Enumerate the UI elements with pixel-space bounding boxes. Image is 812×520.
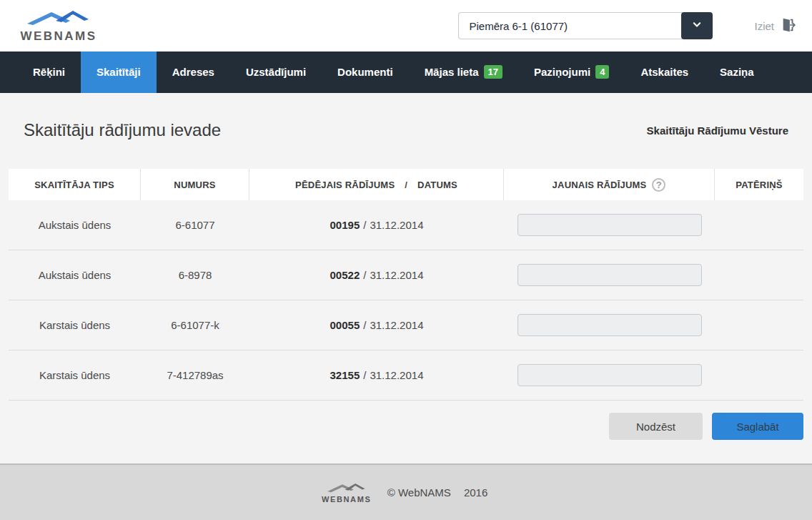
separator-slash: / <box>363 219 366 231</box>
separator-slash: / <box>363 369 366 381</box>
meter-number: 7-412789as <box>141 369 249 381</box>
separator-slash: / <box>363 269 366 281</box>
meter-type: Karstais ūdens <box>9 319 141 331</box>
last-reading-value: 32155 <box>330 369 360 381</box>
readings-history-link[interactable]: Skaitītāju Rādījumu Vēsture <box>647 124 788 137</box>
save-button[interactable]: Saglabāt <box>712 413 803 440</box>
nav-item-label: Adreses <box>172 66 214 78</box>
page-head: Skaitītāju rādījumu ievade Skaitītāju Rā… <box>9 93 803 140</box>
nav-item-label: Saziņa <box>720 66 754 78</box>
new-reading-cell <box>504 264 715 286</box>
webnams-logo-text: WEBNAMS <box>20 29 96 44</box>
page-footer: WEBNAMS © WebNAMS 2016 <box>0 463 812 520</box>
column-header-last-reading: PĒDĒJAIS RĀDĪJUMS <box>295 180 395 190</box>
copyright: © WebNAMS 2016 <box>387 486 488 499</box>
page-title: Skaitītāju rādījumu ievade <box>24 120 221 140</box>
copyright-text: © WebNAMS <box>387 486 451 499</box>
table-row: Karstais ūdens 7-412789as 32155 / 31.12.… <box>9 350 803 401</box>
nav-badge-pazinojumi: 4 <box>595 65 609 79</box>
table-row: Aukstais ūdens 6-8978 00522 / 31.12.2014 <box>9 250 803 300</box>
nav-item-rekini[interactable]: Rēķini <box>17 51 81 93</box>
help-question-icon[interactable]: ? <box>652 178 665 192</box>
meter-type: Karstais ūdens <box>9 369 141 381</box>
last-reading-date: 31.12.2014 <box>370 269 423 281</box>
logout-link[interactable]: Iziet <box>754 17 796 35</box>
column-header-type: SKAITĪTĀJA TIPS <box>9 169 141 200</box>
top-header: WEBNAMS Piemēra 6-1 (61077) Iziet <box>0 0 812 51</box>
nav-item-label: Paziņojumi <box>534 66 590 78</box>
nav-item-sazina[interactable]: Saziņa <box>704 51 770 93</box>
table-row: Karstais ūdens 6-61077-k 00055 / 31.12.2… <box>9 300 803 350</box>
last-reading-value: 00195 <box>330 219 360 231</box>
nav-item-majas-lieta[interactable]: Mājas lieta17 <box>409 51 518 93</box>
logout-door-icon <box>781 17 796 35</box>
meter-number: 6-61077 <box>141 219 249 231</box>
footer-webnams-logo-icon <box>327 482 367 495</box>
column-header-last-reading-date: PĒDĒJAIS RĀDĪJUMS / DATUMS <box>249 169 504 200</box>
table-header-row: SKAITĪTĀJA TIPS NUMURS PĒDĒJAIS RĀDĪJUMS… <box>9 169 803 200</box>
column-header-date: DATUMS <box>417 180 457 190</box>
nav-item-label: Atskaites <box>640 66 688 78</box>
new-reading-input[interactable] <box>518 314 702 336</box>
nav-item-label: Dokumenti <box>337 66 393 78</box>
copyright-year: 2016 <box>464 486 487 499</box>
footer-webnams-logo: WEBNAMS <box>325 482 369 504</box>
last-reading-and-date: 00522 / 31.12.2014 <box>249 269 504 281</box>
webnams-logo: WEBNAMS <box>21 9 96 44</box>
nav-item-label: Rēķini <box>33 66 65 78</box>
last-reading-and-date: 00195 / 31.12.2014 <box>249 219 504 231</box>
new-reading-input[interactable] <box>518 364 702 386</box>
nav-badge-majas-lieta: 17 <box>484 65 502 79</box>
new-reading-input[interactable] <box>518 214 702 236</box>
separator-slash: / <box>363 319 366 331</box>
meter-number: 6-61077-k <box>141 319 249 331</box>
nav-item-label: Mājas lieta <box>425 66 479 78</box>
main-navigation: Rēķini Skaitītāji Adreses Uzstādījumi Do… <box>0 51 812 93</box>
nav-item-skaititaji[interactable]: Skaitītāji <box>81 51 157 93</box>
nav-item-label: Uzstādījumi <box>246 66 306 78</box>
property-selector-dropdown-button[interactable] <box>681 12 713 39</box>
property-selector-value[interactable]: Piemēra 6-1 (61077) <box>458 12 683 39</box>
form-actions: Nodzēst Saglabāt <box>9 401 803 440</box>
main-content: Skaitītāju rādījumu ievade Skaitītāju Rā… <box>0 93 812 463</box>
meter-type: Aukstais ūdens <box>9 219 141 231</box>
topbar-right: Piemēra 6-1 (61077) Iziet <box>458 12 796 39</box>
last-reading-date: 31.12.2014 <box>370 319 423 331</box>
nav-item-pazinojumi[interactable]: Paziņojumi4 <box>518 51 625 93</box>
new-reading-input[interactable] <box>518 264 702 286</box>
nav-item-adreses[interactable]: Adreses <box>157 51 230 93</box>
new-reading-cell <box>504 214 715 236</box>
table-row: Aukstais ūdens 6-61077 00195 / 31.12.201… <box>9 200 803 250</box>
new-reading-cell <box>504 364 715 386</box>
meter-number: 6-8978 <box>141 269 249 281</box>
separator-slash: / <box>405 180 407 190</box>
nav-item-dokumenti[interactable]: Dokumenti <box>322 51 409 93</box>
nav-item-atskaites[interactable]: Atskaites <box>625 51 704 93</box>
column-header-consumption: PATĒRIŅŠ <box>715 169 803 200</box>
webnams-logo-icon <box>26 9 91 29</box>
last-reading-value: 00055 <box>330 319 360 331</box>
logout-label: Iziet <box>754 20 774 32</box>
new-reading-cell <box>504 314 715 336</box>
property-selector: Piemēra 6-1 (61077) <box>458 12 713 39</box>
chevron-down-icon <box>690 17 704 34</box>
last-reading-date: 31.12.2014 <box>370 369 423 381</box>
column-header-number: NUMURS <box>141 169 249 200</box>
last-reading-and-date: 32155 / 31.12.2014 <box>249 369 504 381</box>
footer-webnams-logo-text: WEBNAMS <box>322 495 371 504</box>
clear-button[interactable]: Nodzēst <box>609 413 703 440</box>
last-reading-date: 31.12.2014 <box>370 219 423 231</box>
nav-item-uzstadijumi[interactable]: Uzstādījumi <box>230 51 322 93</box>
column-header-new-reading-label: JAUNAIS RĀDĪJUMS <box>553 180 647 190</box>
last-reading-value: 00522 <box>330 269 360 281</box>
column-header-new-reading: JAUNAIS RĀDĪJUMS ? <box>504 169 715 200</box>
last-reading-and-date: 00055 / 31.12.2014 <box>249 319 504 331</box>
nav-item-label: Skaitītāji <box>96 66 141 78</box>
meter-type: Aukstais ūdens <box>9 269 141 281</box>
